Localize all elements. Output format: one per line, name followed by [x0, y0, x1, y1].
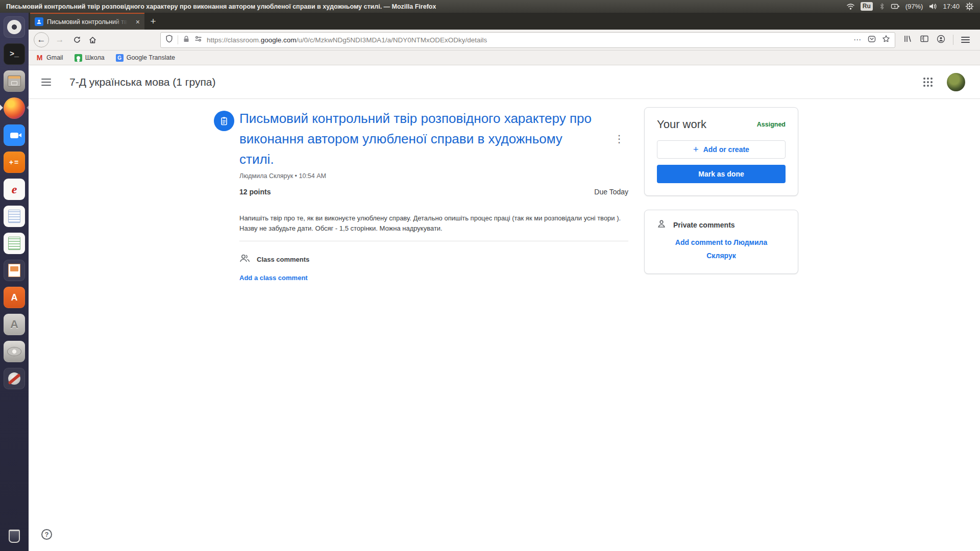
your-work-card: Your work Assigned + Add or create Mark …	[644, 107, 798, 196]
account-icon[interactable]	[937, 35, 945, 45]
bookmark-google-translate[interactable]: G Google Translate	[116, 54, 175, 62]
dock-zoom-icon[interactable]	[4, 124, 25, 146]
ubuntu-top-bar: Письмовий контрольний твір розповідного …	[0, 0, 980, 13]
active-tab[interactable]: Письмовий контрольний твір розповідного …	[30, 13, 144, 30]
section-divider	[239, 241, 628, 241]
power-gear-icon[interactable]	[965, 2, 974, 11]
bookmark-star-icon[interactable]	[882, 35, 890, 45]
points-row: 12 points Due Today	[239, 188, 628, 196]
bluetooth-icon[interactable]	[878, 3, 885, 10]
ubuntu-logo	[7, 20, 21, 34]
battery-icon[interactable]	[891, 3, 900, 10]
clock-label[interactable]: 17:40	[943, 3, 960, 10]
firefox-window: Письмовий контрольний твір розповідного …	[29, 13, 980, 551]
person-icon	[657, 219, 666, 231]
tab-bar: Письмовий контрольний твір розповідного …	[29, 13, 980, 30]
your-work-title: Your work	[657, 118, 706, 131]
bookmark-gmail[interactable]: M Gmail	[36, 54, 63, 62]
dock-system-tweaks-icon[interactable]	[4, 368, 25, 389]
side-column: Your work Assigned + Add or create Mark …	[644, 107, 798, 274]
dock-firefox-icon[interactable]	[4, 97, 25, 119]
assignment-description: Напишіть твір про те, як ви виконуєте ул…	[239, 213, 628, 234]
user-avatar[interactable]	[947, 73, 965, 91]
reload-button[interactable]	[69, 32, 85, 47]
tab-title-fade	[112, 18, 128, 26]
dock-software-toolbox-icon[interactable]: A	[4, 287, 25, 308]
google-apps-grid-icon[interactable]	[923, 78, 925, 80]
urlbar-separator	[178, 35, 178, 44]
dock-disks-icon[interactable]	[4, 341, 25, 362]
dock-a-logo-app-icon[interactable]: A	[4, 314, 25, 335]
keyboard-layout-indicator[interactable]: Ru	[861, 2, 873, 11]
terminal-glyph: >_	[10, 50, 19, 59]
page-action-icons: ⋯	[853, 35, 890, 45]
back-button[interactable]: ←	[34, 32, 49, 47]
dock-terminal-icon[interactable]: >_	[4, 43, 25, 65]
dock-file-archive-icon[interactable]	[4, 70, 25, 92]
main-menu-icon[interactable]	[41, 79, 51, 80]
dock-ubuntu-icon[interactable]	[4, 16, 25, 38]
add-private-comment-link[interactable]: Add comment to Людмила Склярук	[670, 236, 772, 262]
new-tab-button[interactable]: +	[144, 13, 162, 30]
class-comments-row: Class comments	[239, 254, 628, 265]
kebab-wrap: ⋮	[610, 108, 628, 169]
assignment-icon	[214, 111, 234, 131]
navigation-toolbar: ← → https://classroom.google.com/u/0/c/M…	[29, 30, 980, 51]
permissions-icon[interactable]	[194, 35, 202, 44]
camera-glyph	[10, 133, 18, 138]
lock-icon[interactable]	[183, 35, 190, 45]
dot-separator: •	[295, 172, 297, 180]
page-actions-icon[interactable]: ⋯	[853, 35, 862, 44]
toolbar-right-icons	[895, 35, 975, 45]
assignment-body: Людмила Склярук • 10:54 AM 12 points Due…	[239, 172, 628, 282]
dock-trash-icon[interactable]	[4, 525, 25, 547]
more-options-icon[interactable]: ⋮	[610, 131, 628, 147]
classroom-favicon-icon	[35, 17, 43, 26]
volume-icon[interactable]	[928, 3, 937, 10]
system-tray: Ru (97%) 17:40	[846, 2, 974, 11]
sidebar-toggle-icon[interactable]	[920, 35, 929, 45]
header-right	[923, 73, 967, 91]
pocket-icon[interactable]	[868, 35, 876, 45]
bookmark-school[interactable]: Школа	[75, 54, 105, 62]
url-display[interactable]: https://classroom.google.com/u/0/c/MzkwN…	[207, 36, 849, 44]
add-or-create-button[interactable]: + Add or create	[657, 140, 786, 159]
a-logo-glyph: A	[10, 318, 18, 331]
firefox-menu-icon[interactable]	[961, 37, 970, 38]
private-comments-title: Private comments	[673, 221, 735, 229]
private-comments-header: Private comments	[657, 219, 786, 231]
course-title: 7-Д українська мова (1 група)	[69, 76, 216, 88]
bookmark-label: Школа	[85, 54, 105, 61]
help-button[interactable]: ?	[41, 529, 52, 540]
forward-button[interactable]: →	[52, 32, 67, 47]
home-button[interactable]	[85, 32, 100, 47]
points-label: 12 points	[239, 188, 271, 196]
dock-calculator-icon[interactable]: +=	[4, 152, 25, 173]
disk-glyph	[7, 347, 21, 356]
dock-libreoffice-impress-icon[interactable]	[4, 260, 25, 281]
assignment-detail: Письмовий контрольний твір розповідного …	[214, 108, 628, 282]
posted-time: 10:54 AM	[299, 172, 326, 180]
bookmark-label: Google Translate	[127, 54, 175, 61]
dock-libreoffice-calc-icon[interactable]	[4, 233, 25, 254]
add-class-comment-link[interactable]: Add a class comment	[239, 274, 628, 282]
bookmark-label: Gmail	[46, 54, 63, 61]
wifi-icon[interactable]	[846, 3, 855, 10]
gmail-icon: M	[36, 54, 43, 62]
toolbar-separator	[953, 35, 953, 45]
private-comments-card: Private comments Add comment to Людмила …	[644, 210, 798, 274]
tab-close-icon[interactable]: ×	[136, 18, 140, 26]
library-icon[interactable]	[903, 35, 912, 45]
class-comments-label: Class comments	[257, 256, 309, 263]
classroom-icon	[75, 54, 82, 62]
tracking-shield-icon[interactable]	[165, 35, 173, 45]
mark-as-done-button[interactable]: Mark as done	[657, 165, 786, 183]
dock-libreoffice-draw-icon[interactable]: e	[4, 179, 25, 200]
calc-sheet-glyph	[8, 237, 20, 250]
url-bar[interactable]: https://classroom.google.com/u/0/c/MzkwN…	[160, 32, 895, 48]
dock-libreoffice-writer-icon[interactable]	[4, 206, 25, 227]
author-name: Людмила Склярук	[239, 172, 293, 180]
app-dock: >_ += e A A	[0, 13, 29, 551]
calculator-glyph: +=	[9, 158, 19, 166]
author-line: Людмила Склярук • 10:54 AM	[239, 172, 628, 180]
